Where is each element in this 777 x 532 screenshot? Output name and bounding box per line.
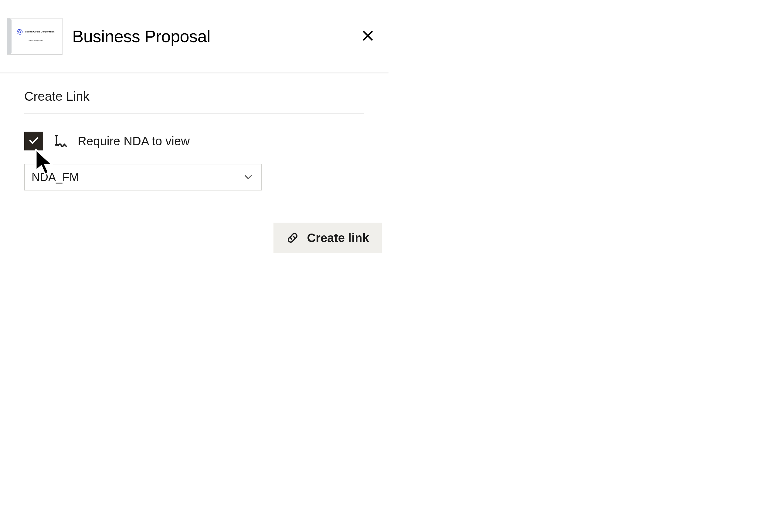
nda-select-value: NDA_FM — [31, 171, 79, 184]
company-logo-icon — [16, 28, 23, 35]
create-link-button[interactable]: Create link — [273, 223, 382, 253]
link-icon — [286, 232, 299, 244]
document-thumbnail[interactable]: Cobalt Circle Corporation Sales Proposal — [7, 18, 63, 55]
create-link-button-label: Create link — [307, 231, 369, 245]
require-nda-row: Require NDA to view — [24, 132, 364, 150]
dialog-header: Cobalt Circle Corporation Sales Proposal… — [0, 0, 388, 74]
signature-icon — [52, 133, 69, 149]
close-icon — [362, 30, 374, 43]
thumbnail-subtitle: Sales Proposal — [28, 39, 42, 41]
chevron-down-icon — [244, 173, 252, 181]
check-icon — [28, 134, 40, 148]
require-nda-label: Require NDA to view — [78, 134, 190, 148]
dialog-title: Business Proposal — [72, 26, 210, 46]
close-button[interactable] — [360, 29, 375, 44]
thumbnail-company-name: Cobalt Circle Corporation — [25, 31, 54, 33]
svg-point-0 — [17, 29, 22, 34]
svg-point-1 — [19, 31, 21, 33]
require-nda-checkbox[interactable] — [24, 132, 43, 150]
section-title: Create Link — [24, 89, 364, 114]
dialog-content: Create Link Require NDA to view NDA_FM — [0, 74, 388, 190]
svg-rect-4 — [55, 135, 58, 136]
nda-select[interactable]: NDA_FM — [24, 164, 262, 190]
